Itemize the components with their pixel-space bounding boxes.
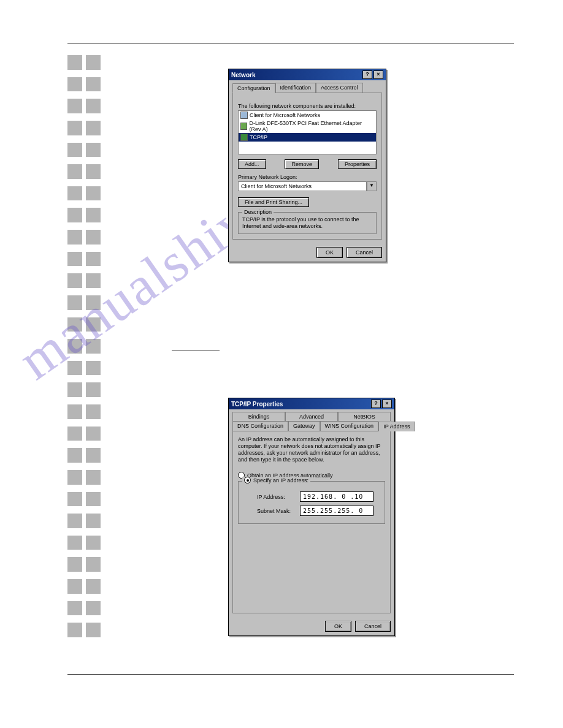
close-icon[interactable]: × bbox=[382, 400, 392, 408]
dialog-title: TCP/IP Properties bbox=[231, 401, 283, 408]
components-listbox[interactable]: Client for Microsoft Networks D-Link DFE… bbox=[238, 110, 377, 154]
ip-address-label: IP Address: bbox=[257, 494, 295, 500]
help-icon[interactable]: ? bbox=[362, 70, 372, 79]
radio-label: Specify an IP address: bbox=[253, 477, 308, 483]
ip-address-field[interactable]: 192.168. 0 .10 bbox=[300, 491, 373, 502]
list-item[interactable]: D-Link DFE-530TX PCI Fast Ethernet Adapt… bbox=[239, 119, 376, 133]
tabs: Bindings Advanced NetBIOS DNS Configurat… bbox=[232, 412, 391, 431]
subnet-mask-label: Subnet Mask: bbox=[257, 508, 295, 514]
tab-access-control[interactable]: Access Control bbox=[316, 83, 363, 93]
tab-bindings[interactable]: Bindings bbox=[232, 412, 285, 421]
description-legend: Description bbox=[242, 209, 274, 215]
info-text: An IP address can be automatically assig… bbox=[238, 436, 385, 463]
description-text: TCP/IP is the protocol you use to connec… bbox=[242, 216, 372, 230]
file-print-sharing-button[interactable]: File and Print Sharing... bbox=[238, 197, 309, 207]
list-item[interactable]: Client for Microsoft Networks bbox=[239, 111, 376, 119]
specify-legend: Specify an IP address: bbox=[242, 477, 310, 483]
primary-logon-dropdown[interactable]: Client for Microsoft Networks ▼ bbox=[238, 181, 377, 191]
tab-dns[interactable]: DNS Configuration bbox=[232, 421, 288, 431]
list-item-label: D-Link DFE-530TX PCI Fast Ethernet Adapt… bbox=[249, 120, 374, 132]
description-group: Description TCP/IP is the protocol you u… bbox=[238, 212, 377, 234]
protocol-icon bbox=[240, 134, 248, 141]
list-item-label: TCP/IP bbox=[250, 134, 267, 140]
document-page: manualshive.com Network ? × Configuratio… bbox=[0, 0, 563, 728]
dialog-title: Network bbox=[231, 72, 255, 78]
radio-specify[interactable]: Specify an IP address: bbox=[244, 477, 308, 483]
tab-netbios[interactable]: NetBIOS bbox=[338, 412, 391, 421]
config-panel: The following network components are ins… bbox=[232, 93, 382, 240]
chevron-down-icon[interactable]: ▼ bbox=[367, 181, 377, 191]
cancel-button[interactable]: Cancel bbox=[355, 621, 391, 632]
footer-rule bbox=[67, 674, 514, 675]
tcpip-properties-dialog: TCP/IP Properties ? × Bindings Advanced … bbox=[228, 398, 395, 636]
ip-panel: An IP address can be automatically assig… bbox=[232, 431, 391, 613]
list-item-label: Client for Microsoft Networks bbox=[250, 112, 320, 118]
tab-configuration[interactable]: Configuration bbox=[232, 83, 275, 93]
components-label: The following network components are ins… bbox=[238, 103, 377, 109]
titlebar[interactable]: Network ? × bbox=[229, 69, 386, 80]
header-rule bbox=[67, 43, 514, 44]
dropdown-value: Client for Microsoft Networks bbox=[238, 181, 367, 191]
list-item-selected[interactable]: TCP/IP bbox=[239, 133, 376, 142]
primary-logon-label: Primary Network Logon: bbox=[238, 174, 377, 180]
tab-ip-address[interactable]: IP Address bbox=[378, 422, 415, 431]
ok-button[interactable]: OK bbox=[316, 247, 343, 258]
network-dialog: Network ? × Configuration Identification… bbox=[228, 69, 386, 262]
client-icon bbox=[240, 112, 248, 119]
cancel-button[interactable]: Cancel bbox=[347, 247, 382, 258]
radio-icon bbox=[244, 477, 251, 483]
subnet-mask-field[interactable]: 255.255.255. 0 bbox=[300, 506, 373, 516]
properties-button[interactable]: Properties bbox=[338, 159, 377, 169]
help-icon[interactable]: ? bbox=[371, 400, 381, 408]
tab-advanced[interactable]: Advanced bbox=[285, 412, 338, 421]
ok-button[interactable]: OK bbox=[325, 621, 351, 632]
remove-button[interactable]: Remove bbox=[285, 159, 319, 169]
add-button[interactable]: Add... bbox=[238, 159, 266, 169]
tabs: Configuration Identification Access Cont… bbox=[232, 83, 382, 93]
section-rule bbox=[172, 350, 220, 351]
tab-identification[interactable]: Identification bbox=[275, 83, 316, 93]
adapter-icon bbox=[240, 123, 247, 130]
titlebar[interactable]: TCP/IP Properties ? × bbox=[229, 398, 394, 409]
decorative-sidebar bbox=[67, 55, 103, 637]
tab-gateway[interactable]: Gateway bbox=[288, 421, 320, 431]
close-icon[interactable]: × bbox=[373, 70, 383, 79]
tab-wins[interactable]: WINS Configuration bbox=[320, 421, 379, 431]
specify-ip-group: Specify an IP address: IP Address: 192.1… bbox=[238, 481, 385, 524]
